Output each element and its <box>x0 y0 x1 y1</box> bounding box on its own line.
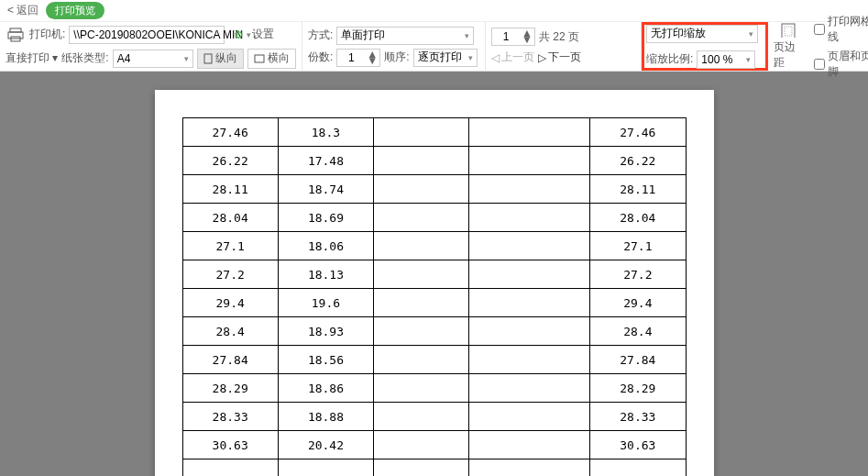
table-row: 29.419.629.4 <box>182 289 686 317</box>
paper-select[interactable]: A4▾ <box>113 50 193 68</box>
svg-rect-0 <box>10 28 21 32</box>
table-cell: 28.4 <box>182 317 278 346</box>
table-cell: 27.2 <box>590 260 686 289</box>
table-cell <box>469 317 590 346</box>
table-cell <box>182 459 278 477</box>
table-cell: 27.84 <box>590 346 686 374</box>
table-cell <box>469 260 590 289</box>
table-row <box>182 459 686 477</box>
page-total: 共 22 页 <box>539 29 579 45</box>
table-cell <box>469 204 590 232</box>
table-cell: 28.29 <box>182 374 278 403</box>
page-preview: 27.4618.327.4626.2217.4826.2228.1118.742… <box>155 90 714 476</box>
next-page[interactable]: ▷下一页 <box>538 50 581 65</box>
table-cell <box>590 459 686 477</box>
table-cell: 18.06 <box>278 232 373 260</box>
table-cell <box>374 374 469 403</box>
table-cell: 26.22 <box>590 147 686 175</box>
grid-checkbox[interactable]: 打印网格线 <box>814 14 868 45</box>
table-row: 27.118.0627.1 <box>182 232 686 260</box>
table-cell: 27.1 <box>590 232 686 260</box>
table-cell: 28.33 <box>182 403 278 431</box>
page-input[interactable]: ▲▼ <box>491 28 535 46</box>
table-row: 28.418.9328.4 <box>182 317 686 346</box>
table-cell <box>374 175 469 204</box>
back-link[interactable]: < 返回 <box>7 3 38 18</box>
scale-value-select[interactable]: 100 %▾ <box>697 50 755 69</box>
table-cell: 18.13 <box>278 260 373 289</box>
prev-page: ◁上一页 <box>491 50 534 65</box>
scale-mode-select[interactable]: 无打印缩放▾ <box>646 25 758 43</box>
svg-rect-6 <box>785 27 792 36</box>
order-select[interactable]: 逐页打印▾ <box>413 49 478 67</box>
table-cell <box>469 431 590 459</box>
settings-label[interactable]: 设置 <box>252 27 274 42</box>
table-cell <box>469 403 590 431</box>
table-cell: 28.33 <box>590 403 686 431</box>
table-cell: 30.63 <box>590 431 686 459</box>
page-title: 打印预览 <box>46 2 104 19</box>
table-cell: 28.4 <box>590 317 686 346</box>
table-cell: 28.04 <box>182 204 278 232</box>
portrait-button[interactable]: 纵向 <box>197 49 244 69</box>
table-cell <box>374 317 469 346</box>
table-cell: 18.74 <box>278 175 373 204</box>
table-cell: 17.48 <box>278 147 373 175</box>
svg-rect-1 <box>8 32 23 39</box>
table-cell: 20.42 <box>278 431 373 459</box>
preview-area: 27.4618.327.4626.2217.4826.2228.1118.742… <box>0 72 868 476</box>
table-cell <box>374 289 469 317</box>
table-cell <box>374 204 469 232</box>
settings-icon[interactable]: ⚙ <box>228 25 248 45</box>
svg-rect-3 <box>204 54 212 63</box>
table-cell <box>469 232 590 260</box>
table-cell: 29.4 <box>182 289 278 317</box>
paper-label: 纸张类型: <box>61 50 108 66</box>
table-cell: 27.46 <box>182 118 278 147</box>
table-cell: 28.11 <box>182 175 278 204</box>
table-cell <box>374 118 469 147</box>
table-cell: 18.93 <box>278 317 373 346</box>
table-cell: 27.1 <box>182 232 278 260</box>
table-cell: 27.46 <box>590 118 686 147</box>
table-cell <box>469 374 590 403</box>
table-cell <box>469 118 590 147</box>
table-cell: 29.4 <box>590 289 686 317</box>
landscape-button[interactable]: 横向 <box>247 49 296 69</box>
table-cell: 26.22 <box>182 147 278 175</box>
scale-group: 无打印缩放▾ 缩放比例: 100 %▾ <box>642 22 768 71</box>
table-cell: 18.69 <box>278 204 373 232</box>
table-cell: 18.3 <box>278 118 373 147</box>
mode-select[interactable]: 单面打印▾ <box>336 27 474 45</box>
table-row: 28.1118.7428.11 <box>182 175 686 204</box>
table-cell <box>374 459 469 477</box>
table-row: 28.2918.8628.29 <box>182 374 686 403</box>
table-cell <box>469 459 590 477</box>
table-cell: 28.04 <box>590 204 686 232</box>
scale-label: 缩放比例: <box>646 51 693 67</box>
table-cell <box>469 289 590 317</box>
table-cell: 18.56 <box>278 346 373 374</box>
table-cell <box>469 346 590 374</box>
table-cell <box>374 431 469 459</box>
data-table: 27.4618.327.4626.2217.4826.2228.1118.742… <box>182 117 687 476</box>
printer-icon[interactable] <box>5 25 26 45</box>
table-row: 28.0418.6928.04 <box>182 204 686 232</box>
table-cell: 27.84 <box>182 346 278 374</box>
margins-button[interactable]: 页边距 <box>768 22 808 71</box>
table-cell <box>374 147 469 175</box>
table-cell <box>278 459 373 477</box>
copies-input[interactable]: ▲▼ <box>336 49 380 67</box>
table-row: 27.8418.5627.84 <box>182 346 686 374</box>
table-cell <box>469 175 590 204</box>
table-row: 27.4618.327.46 <box>182 118 686 147</box>
table-row: 26.2217.4826.22 <box>182 147 686 175</box>
printer-label: 打印机: <box>29 27 65 42</box>
table-row: 27.218.1327.2 <box>182 260 686 289</box>
printer-select[interactable]: \\PC-20190802OOEI\KONICA MIN▾ <box>69 26 225 44</box>
toolbar: 打印机: \\PC-20190802OOEI\KONICA MIN▾ ⚙ 设置 … <box>0 22 868 72</box>
header-footer-checkbox[interactable]: 页眉和页脚 <box>814 49 868 80</box>
direct-print[interactable]: 直接打印 ▾ <box>5 50 58 66</box>
mode-label: 方式: <box>308 28 333 43</box>
table-row: 28.3318.8828.33 <box>182 403 686 431</box>
